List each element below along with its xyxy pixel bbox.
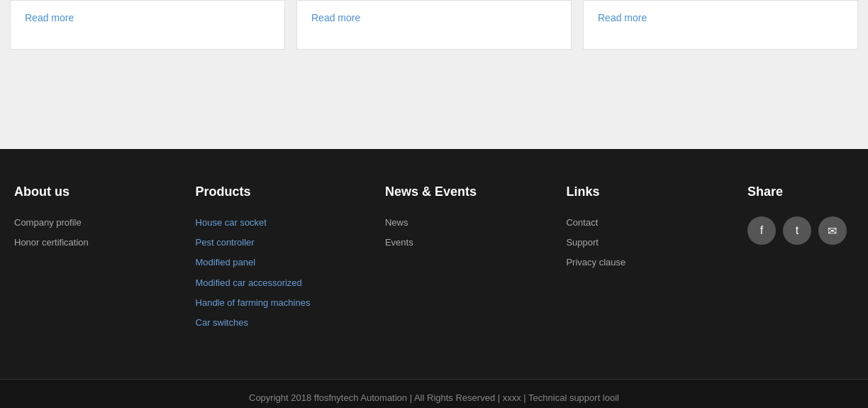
spacer xyxy=(0,92,868,149)
product-link-1[interactable]: House car socket xyxy=(196,216,311,229)
footer-about-col: About us Company profile Honor certifica… xyxy=(14,184,121,336)
about-link-honor-certification[interactable]: Honor certification xyxy=(14,236,121,249)
news-link-events[interactable]: Events xyxy=(385,236,491,249)
top-cards-section: Read more Read more Read more xyxy=(0,0,868,92)
footer-links-col: Links Contact Support Privacy clause xyxy=(566,184,672,336)
card-1: Read more xyxy=(10,0,285,50)
email-icon-button[interactable]: ✉ xyxy=(818,216,847,245)
email-icon: ✉ xyxy=(828,224,837,238)
product-link-6[interactable]: Car switches xyxy=(196,316,311,329)
footer-news-col: News & Events News Events xyxy=(385,184,491,336)
footer-share-col: Share f t ✉ xyxy=(747,184,854,336)
links-link-privacy[interactable]: Privacy clause xyxy=(566,256,672,269)
footer-grid: About us Company profile Honor certifica… xyxy=(14,184,854,379)
footer-products-col: Products House car socket Pest controlle… xyxy=(196,184,311,336)
footer: About us Company profile Honor certifica… xyxy=(0,149,868,379)
twitter-icon: t xyxy=(796,224,799,237)
card-3: Read more xyxy=(583,0,858,50)
products-heading: Products xyxy=(196,184,311,199)
read-more-link-1[interactable]: Read more xyxy=(25,1,74,35)
links-link-support[interactable]: Support xyxy=(566,236,672,249)
facebook-icon: f xyxy=(760,224,763,237)
links-heading: Links xyxy=(566,184,672,199)
footer-bottom: Copyright 2018 ffosfnytech Automation | … xyxy=(0,379,868,408)
news-heading: News & Events xyxy=(385,184,491,199)
product-link-4[interactable]: Modified car accessorized xyxy=(196,277,311,290)
twitter-icon-button[interactable]: t xyxy=(783,216,811,245)
product-link-5[interactable]: Handle of farming machines xyxy=(196,297,311,309)
about-heading: About us xyxy=(14,184,121,199)
card-2: Read more xyxy=(296,0,572,50)
read-more-link-2[interactable]: Read more xyxy=(311,1,360,35)
share-heading: Share xyxy=(747,184,854,199)
about-link-company-profile[interactable]: Company profile xyxy=(14,216,121,229)
news-link-news[interactable]: News xyxy=(385,216,491,229)
links-link-contact[interactable]: Contact xyxy=(566,216,672,229)
facebook-icon-button[interactable]: f xyxy=(747,216,776,245)
copyright-text: Copyright 2018 ffosfnytech Automation | … xyxy=(249,392,619,403)
read-more-link-3[interactable]: Read more xyxy=(598,1,647,35)
share-icons-group: f t ✉ xyxy=(747,216,854,245)
product-link-3[interactable]: Modified panel xyxy=(196,256,311,269)
product-link-2[interactable]: Pest controller xyxy=(196,236,311,249)
